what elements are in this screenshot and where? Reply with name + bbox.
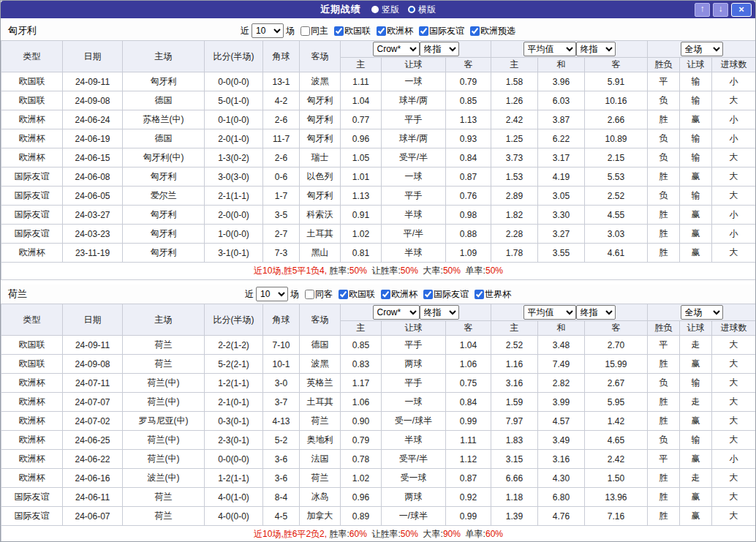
- cell-date: 24-06-19: [63, 129, 123, 148]
- layout-radio-vertical[interactable]: 竖版: [371, 4, 399, 16]
- league-filter-2[interactable]: 国际友谊: [423, 288, 469, 301]
- match-count-select[interactable]: 10: [256, 287, 288, 301]
- summary-segment: 单率:: [461, 529, 485, 539]
- cell-score: 3-1(0-1): [205, 244, 263, 263]
- layout-radio-horizontal[interactable]: 横版: [408, 4, 436, 16]
- column-subheader: 客: [585, 321, 648, 336]
- same-venue-filter[interactable]: 同主: [300, 25, 328, 37]
- cell-home-team: 匈牙利: [123, 206, 205, 225]
- cell-corners: 7-10: [263, 336, 300, 355]
- cell-away-team: 匈牙利: [300, 110, 341, 129]
- summary-segment: 胜率:: [329, 266, 349, 276]
- bookmaker-odds-type-select[interactable]: 终指: [420, 42, 459, 56]
- league-filter-1[interactable]: 欧洲杯: [381, 288, 417, 301]
- cell-result-goals: 小: [712, 225, 756, 244]
- close-button[interactable]: ×: [731, 3, 752, 17]
- league-filter-3[interactable]: 欧洲预选: [470, 25, 515, 37]
- cell-corners: 4-13: [263, 412, 300, 431]
- cell-corners: 8-4: [263, 488, 300, 507]
- column-subheader: 主: [341, 321, 382, 336]
- header-row-groups: 类型日期主场比分(半场)角球客场Crow*终指平均值终指全场: [1, 41, 756, 58]
- cell-home-team: 爱尔兰: [123, 187, 205, 206]
- cell-score: 4-0(0-0): [205, 507, 263, 526]
- sections-container: 匈牙利近10场同主欧国联欧洲杯国际友谊欧洲预选类型日期主场比分(半场)角球客场C…: [1, 18, 755, 542]
- league-filter-0-label: 欧国联: [344, 25, 371, 37]
- cell-odds-handicap: 平手: [382, 336, 446, 355]
- cell-away-team: 法国: [300, 450, 341, 469]
- match-count-select[interactable]: 10: [252, 23, 284, 38]
- league-filter-1-checkbox[interactable]: [377, 26, 386, 36]
- down-arrow-icon: ↓: [719, 4, 723, 14]
- same-venue-filter-label: 同客: [315, 288, 333, 301]
- column-subheader: 主: [341, 58, 382, 72]
- match-row: 欧国联24-09-11荷兰2-2(1-2)7-10德国0.85平手1.042.5…: [1, 336, 756, 355]
- column-header: 主场: [123, 304, 205, 336]
- cell-avg-home: 7.97: [491, 412, 538, 431]
- cell-avg-draw: 4.76: [538, 507, 585, 526]
- league-filter-3[interactable]: 世界杯: [475, 288, 511, 301]
- league-filter-2-checkbox[interactable]: [423, 290, 433, 299]
- up-arrow-icon: ↑: [700, 4, 705, 14]
- average-odds-type-select[interactable]: 终指: [576, 42, 616, 56]
- league-filter-2-label: 国际友谊: [434, 288, 469, 301]
- section-netherlands: 荷兰近10场同客欧国联欧洲杯国际友谊世界杯类型日期主场比分(半场)角球客场Cro…: [1, 285, 755, 542]
- cell-odds-home: 1.06: [341, 393, 382, 412]
- scroll-down-button[interactable]: ↓: [713, 3, 728, 17]
- cell-avg-draw: 3.87: [538, 110, 585, 129]
- cell-date: 24-06-11: [63, 488, 123, 507]
- cell-corners: 3-6: [263, 469, 300, 488]
- cell-avg-draw: 4.30: [538, 469, 585, 488]
- bookmaker-select[interactable]: Crow*: [373, 305, 420, 320]
- match-row: 国际友谊24-06-05爱尔兰2-1(1-1)1-7匈牙利1.13平手0.762…: [1, 187, 756, 206]
- cell-away-team: 英格兰: [300, 374, 341, 393]
- titlebar-center: 近期战绩 竖版横版: [1, 3, 755, 16]
- average-select[interactable]: 平均值: [523, 42, 576, 56]
- league-filter-1-checkbox[interactable]: [381, 290, 390, 299]
- cell-league: 欧洲杯: [1, 393, 63, 412]
- cell-avg-draw: 2.82: [538, 374, 585, 393]
- cell-corners: 7-3: [263, 244, 300, 263]
- cell-avg-draw: 3.48: [538, 336, 585, 355]
- league-filter-1[interactable]: 欧洲杯: [377, 25, 413, 37]
- layout-radio-label: 横版: [418, 4, 436, 16]
- cell-league: 欧洲杯: [1, 129, 63, 148]
- cell-odds-home: 0.78: [341, 450, 382, 469]
- league-filter-2[interactable]: 国际友谊: [419, 25, 464, 37]
- cell-result-goals: 大: [712, 507, 756, 526]
- cell-odds-handicap: 半球: [382, 431, 446, 450]
- cell-away-team: 以色列: [300, 168, 341, 187]
- league-filter-2-checkbox[interactable]: [419, 26, 428, 36]
- column-header: 比分(半场): [205, 304, 263, 336]
- scope-select[interactable]: 全场: [681, 305, 723, 320]
- cell-avg-home: 1.78: [491, 244, 538, 263]
- same-venue-filter-checkbox[interactable]: [300, 26, 310, 36]
- league-filter-3-checkbox[interactable]: [470, 26, 480, 36]
- league-filter-0-checkbox[interactable]: [334, 26, 344, 36]
- league-filter-0[interactable]: 欧国联: [334, 25, 371, 37]
- cell-avg-draw: 4.57: [538, 412, 585, 431]
- scroll-up-button[interactable]: ↑: [695, 3, 710, 17]
- cell-odds-away: 0.84: [446, 148, 491, 168]
- league-filter-0[interactable]: 欧国联: [339, 288, 375, 301]
- bookmaker-select[interactable]: Crow*: [373, 42, 420, 56]
- league-filter-0-checkbox[interactable]: [339, 290, 348, 299]
- same-venue-filter-checkbox[interactable]: [305, 290, 314, 299]
- average-odds-type-select[interactable]: 终指: [576, 305, 616, 320]
- cell-score: 2-1(0-1): [205, 393, 263, 412]
- average-select[interactable]: 平均值: [523, 305, 576, 320]
- filter-prefix-label: 近: [245, 288, 254, 301]
- cell-avg-away: 2.52: [585, 187, 648, 206]
- league-filter-3-checkbox[interactable]: [475, 290, 484, 299]
- same-venue-filter[interactable]: 同客: [305, 288, 333, 301]
- bookmaker-odds-type-select[interactable]: 终指: [420, 305, 459, 320]
- cell-odds-home: 0.96: [341, 129, 382, 148]
- cell-avg-home: 1.53: [491, 168, 538, 187]
- cell-avg-home: 2.42: [491, 110, 538, 129]
- summary-segment: 50%: [485, 266, 503, 276]
- cell-avg-away: 2.67: [585, 374, 648, 393]
- match-row: 国际友谊24-03-23匈牙利1-0(0-0)2-7土耳其1.02平/半0.88…: [1, 225, 756, 244]
- scope-select[interactable]: 全场: [681, 42, 723, 56]
- cell-avg-draw: 3.30: [538, 206, 585, 225]
- cell-result-handicap: 走: [680, 336, 712, 355]
- cell-league: 欧洲杯: [1, 450, 63, 469]
